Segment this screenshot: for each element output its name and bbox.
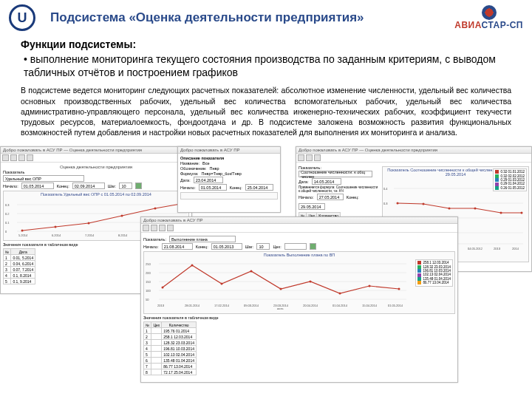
date-to-input[interactable]: 01.05.2013: [211, 243, 242, 250]
svg-point-49: [250, 270, 253, 273]
tool-icon[interactable]: [10, 154, 17, 161]
aviastar-icon: [482, 5, 497, 20]
table-row: 3128.32 23.03.2014: [144, 340, 197, 346]
aviastar-logo: АВИАСТАР-СП: [454, 5, 523, 30]
toolbar: [141, 224, 457, 233]
svg-point-28: [500, 212, 502, 214]
functions-subtitle: Функции подсистемы:: [21, 38, 511, 50]
svg-text:20.04.2014: 20.04.2014: [303, 304, 318, 307]
svg-text:0.1: 0.1: [5, 221, 10, 225]
indicator-select[interactable]: Соотношение численности: к общ числен: [299, 171, 372, 177]
table-row: 4196.81 10.03.2014: [144, 346, 197, 352]
table-row: 50.1, 9.2014: [4, 279, 35, 284]
indicator-select[interactable]: Выполнение плана: [169, 236, 236, 242]
svg-text:01.05.2014: 01.05.2014: [388, 304, 403, 307]
table-row: 786.77 13.04.2014: [144, 364, 197, 369]
slide-header: U Подсистема «Оценка деятельности предпр…: [0, 0, 532, 35]
svg-text:28.01.2014: 28.01.2014: [185, 304, 200, 307]
svg-text:2013: 2013: [494, 247, 501, 250]
label-from: Начало:: [3, 184, 18, 188]
table-row: 872.17 25.04.2014: [144, 369, 197, 375]
chart-legend: 258.1 12.03.2014 128.32 23.03.2014 196.8…: [415, 259, 453, 286]
run-button[interactable]: [310, 243, 316, 250]
svg-text:0.4: 0.4: [383, 187, 388, 191]
svg-point-8: [154, 208, 157, 210]
date-from-input[interactable]: 01.05.2014: [199, 184, 227, 191]
svg-text:250: 250: [146, 262, 151, 266]
chart-title: Показатель Выполнение плана по ВП: [144, 252, 454, 258]
shop-input[interactable]: [284, 243, 307, 250]
svg-point-26: [449, 208, 451, 210]
chart-title: Показатель Удельный вес ОПР с 01.05.2014…: [4, 191, 188, 197]
svg-point-5: [55, 226, 57, 228]
svg-text:04.05.2012: 04.05.2012: [468, 247, 483, 250]
label-step: Шаг:: [108, 184, 117, 188]
window-title: Добро пожаловать в АСУ ПР: [141, 217, 457, 224]
section-label: Оценка деятельности предприятия: [3, 165, 189, 169]
window-title: Добро пожаловать в АСУ ПР: [178, 147, 280, 154]
indicator-select[interactable]: Удельный вес ОПР: [3, 175, 84, 182]
date-to-input[interactable]: 02.09.2014: [72, 183, 105, 189]
slide-title: Подсистема «Оценка деятельности предприя…: [50, 10, 447, 25]
tool-icon[interactable]: [18, 154, 25, 161]
tool-icon[interactable]: [167, 225, 174, 231]
svg-point-29: [521, 212, 523, 214]
svg-text:8.2014: 8.2014: [118, 233, 128, 237]
svg-text:0.2: 0.2: [5, 212, 10, 216]
tool-icon[interactable]: [27, 154, 33, 161]
tool-icon[interactable]: [306, 154, 313, 161]
values-table: №ЦехКоличество 1195.76 01.2014 2258.1 12…: [143, 321, 197, 375]
svg-text:150: 150: [146, 280, 151, 284]
step-input[interactable]: 10: [119, 183, 132, 189]
run-button[interactable]: [135, 183, 142, 189]
svg-point-53: [369, 285, 371, 287]
svg-text:2014: 2014: [512, 247, 519, 250]
table-header: Значения показателя в табличном виде: [143, 316, 455, 320]
description-paragraph: В подсистеме ведется мониторинг следующи…: [21, 85, 511, 137]
tool-icon[interactable]: [159, 225, 166, 231]
svg-text:7.2014: 7.2014: [85, 233, 95, 237]
svg-text:дата: дата: [277, 307, 284, 310]
svg-point-24: [397, 202, 399, 205]
svg-point-54: [398, 288, 400, 290]
panel-indicator-desc: Добро пожаловать в АСУ ПР Описание показ…: [177, 146, 281, 213]
table-row: 40.1, 8.2014: [4, 273, 35, 279]
svg-text:2013: 2013: [157, 304, 165, 307]
svg-text:09.03.2014: 09.03.2014: [244, 304, 259, 307]
section-title: Описание показателя: [180, 156, 278, 160]
table-row: 10.01, 5.2014: [4, 255, 35, 261]
svg-text:5.2014: 5.2014: [18, 233, 28, 237]
date-from-input[interactable]: 21.08.2014: [162, 243, 193, 250]
svg-point-7: [121, 215, 123, 217]
date-input[interactable]: 14.05.2014: [312, 178, 341, 185]
toolbar: [296, 154, 531, 163]
aviastar-text: АВИАСТАР-СП: [454, 20, 523, 30]
tool-icon[interactable]: [314, 154, 321, 161]
values-table: №Дата 10.01, 5.2014 20.04, 6.2014 30.07,…: [3, 248, 35, 284]
step-input[interactable]: 10: [256, 243, 270, 250]
tool-icon[interactable]: [2, 154, 9, 161]
table-row: 30.07, 7.2014: [4, 267, 35, 273]
date-to-input[interactable]: 25.04.2014: [245, 184, 273, 191]
date-to-input[interactable]: 29.05.2014: [299, 203, 325, 210]
table-row: 6135.48 01.04.2014: [144, 358, 197, 364]
function-bullet: выполнение мониторинга текущего состояни…: [24, 52, 511, 79]
svg-text:6.2014: 6.2014: [52, 233, 61, 237]
svg-text:0: 0: [5, 230, 7, 233]
svg-point-25: [423, 203, 425, 205]
date-from-input[interactable]: 27.05.2014: [317, 194, 344, 200]
tool-icon[interactable]: [143, 225, 149, 231]
svg-point-27: [474, 208, 477, 210]
tool-icon[interactable]: [298, 154, 304, 161]
svg-text:200: 200: [146, 271, 151, 275]
svg-text:100: 100: [146, 289, 151, 293]
svg-text:01.04.2014: 01.04.2014: [332, 304, 348, 307]
tool-icon[interactable]: [151, 225, 157, 231]
label-indicator: Показатель: [3, 170, 24, 174]
svg-text:15.04.2014: 15.04.2014: [362, 304, 378, 307]
date-input[interactable]: 23.04.2014: [194, 177, 223, 183]
date-from-input[interactable]: 01.05.2014: [21, 183, 54, 189]
svg-point-48: [221, 283, 223, 285]
logo-letter: U: [18, 10, 27, 26]
svg-point-51: [310, 281, 312, 283]
